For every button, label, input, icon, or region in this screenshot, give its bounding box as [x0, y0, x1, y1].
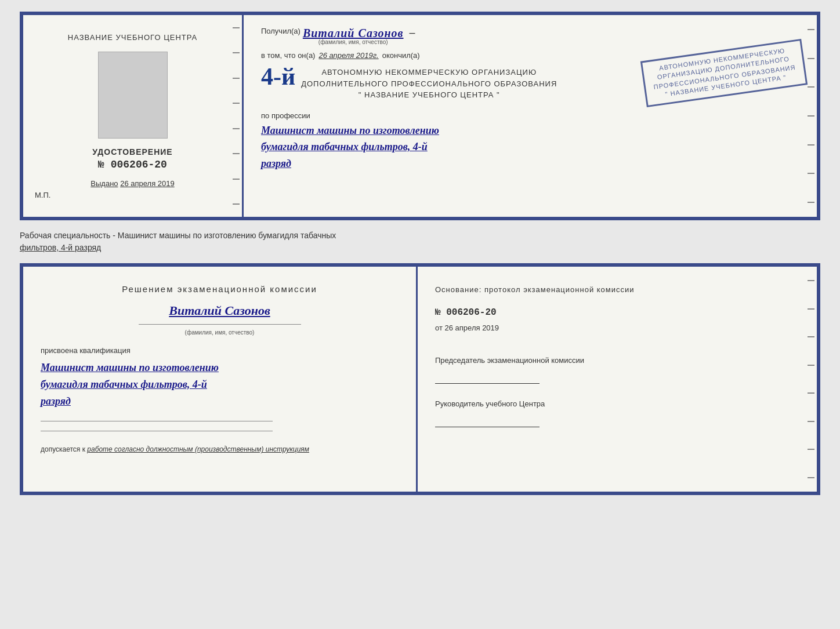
prot-date: 26 апреля 2019 [445, 323, 499, 332]
cert-finished-label: окончил(а) [382, 51, 420, 60]
cert-issued-label: Выдано [90, 179, 118, 188]
middle-text-block: Рабочая специальность - Машинист машины … [20, 230, 820, 254]
cert-left-panel: НАЗВАНИЕ УЧЕБНОГО ЦЕНТРА УДОСТОВЕРЕНИЕ №… [23, 15, 244, 217]
kvali-label: присвоена квалификация [41, 346, 399, 355]
cert-issued-row: Выдано 26 апреля 2019 [90, 179, 174, 188]
cert-org-line3: " НАЗВАНИЕ УЧЕБНОГО ЦЕНТРА " [301, 89, 557, 101]
cert-center-name: НАЗВАНИЕ УЧЕБНОГО ЦЕНТРА [68, 32, 197, 43]
cert-org-line1: АВТОНОМНУЮ НЕКОММЕРЧЕСКУЮ ОРГАНИЗАЦИЮ [301, 67, 557, 78]
middle-text-line1: Рабочая специальность - Машинист машины … [20, 231, 336, 240]
head-signature-line [435, 427, 540, 427]
decision-title: Решением экзаменационной комиссии [41, 284, 399, 294]
cert-bottom-left-panel: Решением экзаменационной комиссии Витали… [23, 267, 418, 492]
cert-recipient-row: Получил(а) Виталий Сазонов (фамилия, имя… [261, 27, 799, 45]
bottom-profession: Машинист машины по изготовлению бумагидл… [41, 359, 399, 409]
cert-fio-hint: (фамилия, имя, отчество) [318, 39, 388, 45]
допускается-value: работе согласно должностным (производств… [87, 445, 309, 453]
cert-org-block: АВТОНОМНУЮ НЕКОММЕРЧЕСКУЮ ОРГАНИЗАЦИЮ ДО… [301, 67, 557, 101]
cert-profession-name: Машинист машины по изготовлению бумагидл… [261, 122, 799, 172]
bottom-person-name: Виталий Сазонов [169, 303, 270, 318]
prot-date-row: от 26 апреля 2019 [435, 323, 799, 332]
bottom-fio-hint: (фамилия, имя, отчество) [185, 329, 255, 336]
cert-photo [98, 52, 168, 139]
prot-date-prefix: от [435, 323, 443, 332]
bottom-person-block: Виталий Сазонов (фамилия, имя, отчество) [41, 303, 399, 343]
cert-recipient-name: Виталий Сазонов [303, 27, 404, 40]
chairman-signature-line [435, 383, 540, 384]
right-dashes-bottom [805, 267, 817, 492]
certificate-top: НАЗВАНИЕ УЧЕБНОГО ЦЕНТРА УДОСТОВЕРЕНИЕ №… [20, 12, 820, 220]
cert-profession-label: по профессии [261, 111, 799, 120]
right-dashes-decoration [230, 15, 242, 217]
cert-org-line2: ДОПОЛНИТЕЛЬНОГО ПРОФЕССИОНАЛЬНОГО ОБРАЗО… [301, 78, 557, 90]
cert-doc-number: № 006206-20 [92, 159, 172, 170]
right-dashes-top-right [805, 15, 817, 217]
cert-doc-title: УДОСТОВЕРЕНИЕ № 006206-20 [92, 147, 172, 170]
cert-received-label: Получил(а) [261, 27, 300, 35]
middle-text-line2: фильтров, 4-й разряд [20, 243, 101, 252]
cert-right-panel: Получил(а) Виталий Сазонов (фамилия, имя… [244, 15, 817, 217]
cert-mp: М.П. [35, 191, 50, 199]
osnov-label: Основание: протокол экзаменационной коми… [435, 284, 799, 296]
cert-completion-date: 26 апреля 2019г. [318, 51, 378, 60]
cert-doc-type-label: УДОСТОВЕРЕНИЕ [92, 147, 172, 157]
cert-vtom-label: в том, что он(а) [261, 51, 315, 60]
certificate-bottom: Решением экзаменационной комиссии Витали… [20, 263, 820, 495]
cert-big-number: 4-й [261, 64, 295, 89]
chairman-label: Председатель экзаменационной комиссии [435, 355, 799, 366]
prot-number: № 006206-20 [435, 307, 799, 318]
допускается-label: допускается к [41, 445, 85, 453]
cert-issued-date: 26 апреля 2019 [120, 179, 175, 188]
допускается-row: допускается к работе согласно должностны… [41, 445, 399, 453]
head-label: Руководитель учебного Центра [435, 399, 799, 409]
cert-bottom-right-panel: Основание: протокол экзаменационной коми… [418, 267, 817, 492]
